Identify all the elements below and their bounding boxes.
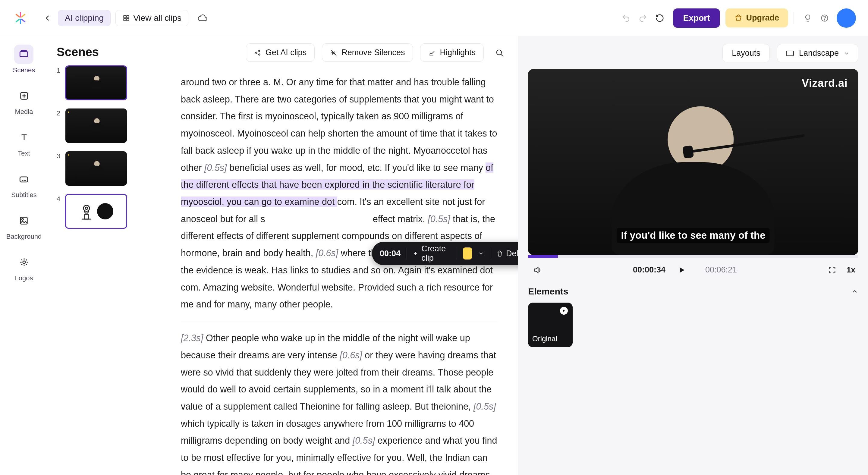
scene-number: 2 [57,108,61,117]
idea-icon[interactable] [799,10,816,27]
video-progress[interactable] [528,255,858,258]
video-controls: 00:00:34 00:06:21 1x [528,258,858,282]
scene-thumbnail[interactable]: ● [65,151,127,186]
play-icon [560,307,568,315]
view-all-clips-button[interactable]: View all clips [116,10,188,26]
transcript-paragraph[interactable]: around two or three a. M. Or any time fo… [181,73,498,313]
rail-label: Subtitles [11,191,36,199]
left-rail: Scenes Media Text Subtitles Background L… [0,36,48,475]
time-current: 00:00:34 [633,265,665,275]
transcript-text[interactable]: around two or three a. M. Or any time fo… [179,73,510,475]
highlight-color-chip[interactable] [463,248,472,259]
preview-panel: Layouts Landscape Vizard.ai If you'd lik… [518,36,868,475]
selection-duration: 00:04 [380,249,401,258]
create-clip-label: Create clip [421,244,451,263]
upgrade-button[interactable]: Upgrade [725,8,788,27]
layouts-button[interactable]: Layouts [722,44,770,62]
cloud-sync-icon[interactable] [195,11,209,25]
export-button[interactable]: Export [673,8,720,28]
silence-gap: [0.6s] [316,248,338,258]
silence-gap: [0.5s] [352,435,375,445]
selection-toolbar: 00:04 Create clip Delete [372,242,518,265]
search-icon[interactable] [491,44,508,61]
svg-rect-7 [22,50,27,52]
elements-header[interactable]: Elements [528,286,858,296]
view-all-clips-label: View all clips [133,13,181,23]
svg-point-15 [85,207,88,210]
rail-item-media[interactable]: Media [14,86,34,116]
scene-thumbnail[interactable] [65,194,127,229]
scene-number: 4 [57,194,61,203]
aspect-label: Landscape [799,49,839,58]
element-label: Original [532,335,557,343]
topbar: AI clipping View all clips Export Upgrad… [0,0,868,36]
scene-thumbnail[interactable]: ● [65,108,127,143]
transcript-paragraph[interactable]: [2.3s] Other people who wake up in the m… [181,329,498,475]
silence-gap: [0.5s] [473,401,496,411]
scene-item[interactable]: 1 [57,65,172,100]
app-logo[interactable] [12,10,29,27]
aspect-dropdown[interactable]: Landscape [777,44,858,62]
volume-icon[interactable] [531,263,544,277]
history-button[interactable] [651,10,668,27]
playback-speed[interactable]: 1x [846,265,855,275]
svg-rect-17 [786,51,794,56]
svg-rect-3 [127,19,129,21]
rail-item-logos[interactable]: Logos [14,253,34,282]
svg-rect-2 [124,19,126,21]
scene-item[interactable]: 4 [57,194,172,229]
svg-rect-13 [85,214,88,219]
silence-gap: [0.5s] [428,214,450,224]
create-clip-button[interactable]: Create clip [413,244,451,263]
silence-gap: [0.6s] [340,350,362,360]
transcript-panel: Get AI clips Remove Silences Highlights … [179,36,518,475]
svg-rect-0 [124,15,126,18]
time-total: 00:06:21 [705,265,737,275]
elements-title: Elements [528,286,568,296]
highlights-button[interactable]: Highlights [420,43,484,62]
upgrade-label: Upgrade [746,13,779,23]
svg-point-5 [824,19,825,20]
svg-rect-6 [20,52,28,57]
scene-thumbnail[interactable] [65,65,127,100]
back-button[interactable] [41,11,54,25]
rail-item-scenes[interactable]: Scenes [13,44,35,74]
rail-item-text[interactable]: Text [14,128,34,157]
scene-item[interactable]: 2 ● [57,108,172,143]
rail-item-background[interactable]: Background [6,211,41,241]
rail-item-subtitles[interactable]: Subtitles [11,169,36,199]
remove-silences-button[interactable]: Remove Silences [322,43,413,62]
video-preview[interactable]: Vizard.ai If you'd like to see many of t… [528,69,858,255]
video-caption: If you'd like to see many of the [617,228,770,243]
undo-button[interactable] [618,10,634,27]
scenes-panel: Scenes 1 2 ● 3 ● 4 [48,36,179,475]
rail-label: Scenes [13,66,35,74]
scene-item[interactable]: 3 ● [57,151,172,186]
svg-rect-10 [21,217,27,224]
svg-rect-1 [127,15,129,18]
delete-label: Delete [506,249,518,258]
fullscreen-icon[interactable] [826,263,839,277]
chevron-down-icon[interactable] [478,250,484,256]
get-ai-clips-button[interactable]: Get AI clips [246,43,315,62]
ai-clipping-button[interactable]: AI clipping [58,10,111,26]
user-avatar[interactable] [837,8,856,28]
get-ai-clips-label: Get AI clips [266,48,307,57]
svg-point-14 [84,205,90,211]
play-button[interactable] [675,263,688,277]
rail-label: Background [6,233,41,241]
redo-button[interactable] [634,10,651,27]
scene-number: 3 [57,151,61,160]
rail-label: Media [15,108,33,116]
scenes-title: Scenes [57,45,99,59]
chevron-up-icon[interactable] [851,288,858,295]
element-tile-original[interactable]: Original [528,303,572,347]
layouts-label: Layouts [732,49,761,58]
highlights-label: Highlights [440,48,475,57]
delete-button[interactable]: Delete [496,249,518,258]
watermark: Vizard.ai [802,77,847,90]
chevron-down-icon [844,50,849,56]
silence-gap: [0.5s] [204,162,227,173]
help-icon[interactable] [816,10,833,27]
silence-gap: [2.3s] [181,333,204,343]
